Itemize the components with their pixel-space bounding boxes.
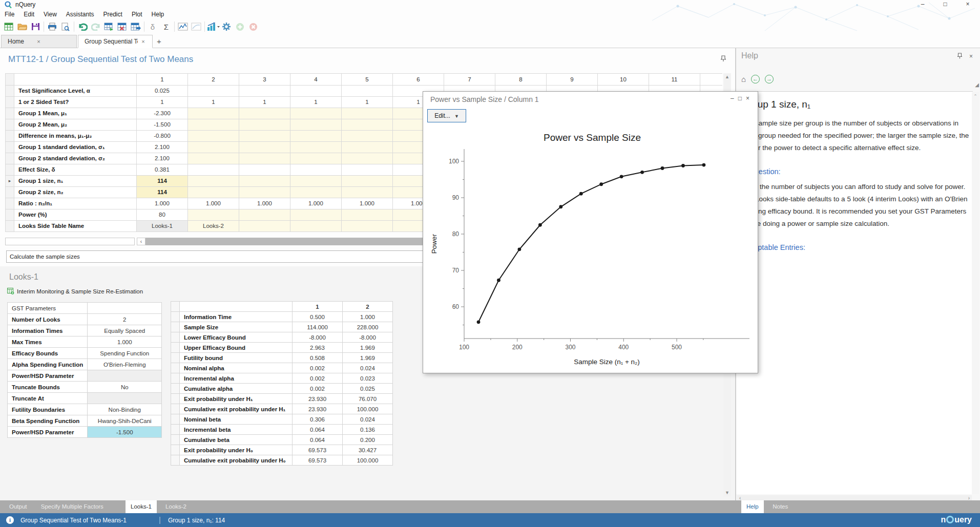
grid-cell[interactable] (239, 187, 290, 198)
add-icon[interactable] (233, 20, 246, 33)
resize-grip-icon[interactable]: ◢ (975, 82, 979, 88)
gst-row-value[interactable]: Spending Function (88, 348, 162, 359)
home-icon[interactable]: ⌂ (741, 75, 746, 83)
column-header-7[interactable]: 7 (444, 73, 495, 86)
grid-cell[interactable] (188, 209, 239, 221)
grid-cell[interactable] (290, 142, 342, 153)
interim-monitoring-link[interactable]: Interim Monitoring & Sample Size Re-Esti… (7, 288, 143, 294)
looks-row-selector[interactable] (171, 414, 180, 425)
edit-dropdown-button[interactable]: Edit...▼ (427, 109, 466, 122)
help-vertical-scrollbar[interactable]: ⌃ (972, 92, 979, 494)
looks-value-2[interactable]: 30.427 (343, 445, 393, 455)
row-header[interactable] (5, 142, 14, 153)
bottom-tab-looks-2[interactable]: Looks-2 (160, 500, 192, 513)
gst-row-value[interactable]: -1.500 (88, 427, 162, 438)
row-header[interactable] (5, 198, 14, 209)
grid-cell[interactable] (188, 86, 239, 97)
looks-value-2[interactable]: 0.023 (343, 373, 393, 384)
insert-table-icon[interactable] (102, 20, 116, 33)
chart-maximize-button[interactable]: □ (738, 95, 746, 102)
tab-group-sequential-test[interactable]: Group Sequential Test × (78, 35, 153, 48)
row-header[interactable] (5, 221, 14, 232)
column-header-10[interactable]: 10 (598, 73, 649, 86)
looks-row-selector[interactable] (171, 425, 180, 435)
grid-cell[interactable] (342, 142, 393, 153)
looks-value-2[interactable]: -8.000 (343, 332, 393, 343)
looks-value-1[interactable]: 23.930 (293, 404, 343, 414)
new-table-icon[interactable] (2, 20, 15, 33)
grid-cell[interactable] (239, 86, 290, 97)
gst-row-value[interactable]: 2 (88, 314, 162, 325)
grid-cell[interactable] (239, 164, 290, 176)
row-header[interactable] (5, 86, 14, 97)
sigma-icon[interactable]: Σ (159, 20, 173, 33)
looks-value-1[interactable]: 0.002 (293, 363, 343, 373)
grid-cell[interactable] (290, 187, 342, 198)
redo-icon[interactable] (89, 20, 102, 33)
grid-cell[interactable] (188, 153, 239, 164)
settings-icon[interactable] (220, 20, 233, 33)
looks-value-2[interactable]: 0.025 (343, 384, 393, 394)
looks-value-2[interactable]: 1.969 (343, 353, 393, 363)
vscroll-up-icon[interactable]: ▲ (723, 74, 731, 79)
chart-close-button[interactable]: × (746, 95, 754, 102)
open-icon[interactable] (15, 20, 29, 33)
looks-value-1[interactable]: 2.963 (293, 343, 343, 353)
looks-value-1[interactable]: 0.002 (293, 384, 343, 394)
looks-row-selector[interactable] (171, 455, 180, 466)
grid-cell[interactable]: -1.500 (137, 119, 188, 131)
pin-icon[interactable] (721, 55, 726, 61)
grid-cell[interactable]: -2.300 (137, 108, 188, 119)
grid-cell[interactable] (188, 119, 239, 131)
looks-value-1[interactable]: 23.930 (293, 394, 343, 404)
gst-row-value[interactable]: Non-Binding (88, 404, 162, 415)
tab-home[interactable]: Home × (1, 35, 77, 48)
looks-value-2[interactable]: 0.200 (343, 435, 393, 445)
grid-cell[interactable]: 1.000 (239, 198, 290, 209)
help-close-icon[interactable]: × (969, 53, 973, 60)
gst-row-value[interactable] (88, 393, 162, 404)
grid-cell[interactable] (290, 131, 342, 142)
gst-row-value[interactable]: Hwang-Shih-DeCani (88, 415, 162, 427)
grid-cell[interactable] (290, 108, 342, 119)
looks-value-1[interactable]: 114.000 (293, 322, 343, 332)
grid-cell[interactable]: 0.381 (137, 164, 188, 176)
grid-cell[interactable] (188, 187, 239, 198)
menu-file[interactable]: File (0, 9, 19, 19)
grid-cell[interactable] (290, 86, 342, 97)
grid-cell[interactable] (342, 176, 393, 187)
grid-cell[interactable] (188, 164, 239, 176)
grid-cell[interactable] (290, 119, 342, 131)
looks-value-2[interactable]: 0.024 (343, 414, 393, 425)
gst-row-value[interactable] (88, 370, 162, 382)
grid-cell[interactable] (342, 221, 393, 232)
grid-cell[interactable] (290, 176, 342, 187)
looks-row-selector[interactable] (171, 445, 180, 455)
looks-row-selector[interactable] (171, 435, 180, 445)
grid-cell[interactable] (342, 153, 393, 164)
column-header-6[interactable]: 6 (393, 73, 444, 86)
new-tab-button[interactable]: + (157, 37, 161, 46)
menu-edit[interactable]: Edit (19, 9, 39, 19)
looks-value-1[interactable]: 0.508 (293, 353, 343, 363)
delta-icon[interactable]: δ (146, 20, 159, 33)
back-icon[interactable]: ← (751, 75, 760, 83)
looks-value-2[interactable]: 1.000 (343, 312, 393, 322)
looks-row-selector[interactable] (171, 343, 180, 353)
grid-cell[interactable] (239, 108, 290, 119)
grid-cell[interactable] (239, 142, 290, 153)
looks-value-2[interactable]: 76.070 (343, 394, 393, 404)
print-preview-icon[interactable] (59, 20, 72, 33)
bottom-tab-looks-1[interactable]: Looks-1 (126, 500, 157, 513)
row-selector-arrow-icon[interactable]: ▸ (5, 176, 14, 187)
bar-chart-dropdown-icon[interactable] (206, 20, 220, 33)
grid-cell[interactable]: 1.000 (342, 198, 393, 209)
looks-value-2[interactable]: 0.136 (343, 425, 393, 435)
chart-window[interactable]: Power vs Sample Size / Column 1 –□× Edit… (423, 91, 758, 373)
looks-value-1[interactable]: 0.500 (293, 312, 343, 322)
forward-icon[interactable]: → (765, 75, 774, 83)
grid-cell[interactable]: 2.100 (137, 153, 188, 164)
line-plot-icon[interactable] (176, 20, 190, 33)
print-icon[interactable] (46, 20, 59, 33)
looks-value-1[interactable]: 0.064 (293, 435, 343, 445)
